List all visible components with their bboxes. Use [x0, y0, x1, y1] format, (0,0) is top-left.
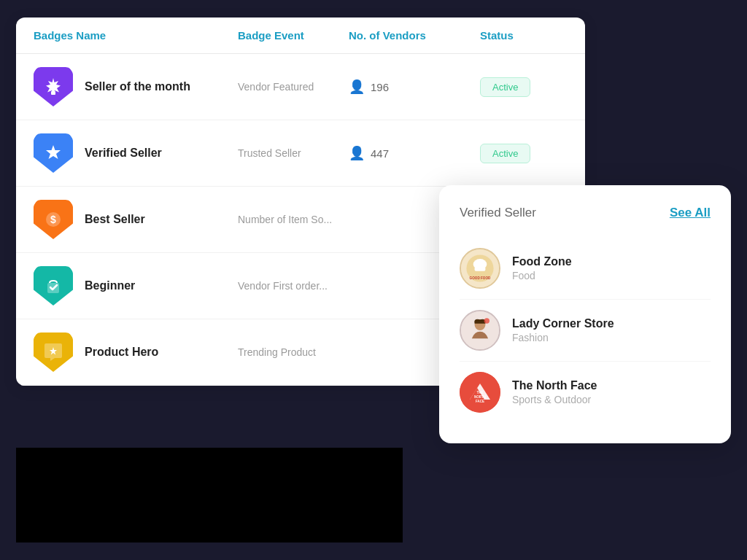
table-row[interactable]: Seller of the month Vendor Featured 👤 19…	[16, 54, 585, 120]
badge-event-cell: Vendor Featured	[238, 81, 349, 93]
svg-text:NORTH: NORTH	[474, 395, 486, 399]
vendor-popup-card: Verified Seller See All GOOD FOOD Food Z…	[439, 185, 731, 443]
vendor-category: Sports & Outdoor	[512, 394, 597, 405]
vendor-info-food-zone: Food Zone Food	[512, 255, 572, 281]
status-badge: Active	[480, 144, 530, 163]
lady-corner-store-logo	[461, 310, 499, 351]
star-burst-icon	[42, 75, 65, 98]
svg-text:THE: THE	[477, 391, 484, 394]
vendor-count-cell: 👤 196	[349, 79, 480, 95]
check-bag-icon	[42, 274, 65, 298]
col-header-badge-event: Badge Event	[238, 29, 349, 42]
svg-point-11	[484, 318, 489, 323]
star-chat-icon	[42, 341, 65, 364]
vendor-category: Fashion	[512, 332, 614, 343]
food-zone-logo: GOOD FOOD	[461, 248, 499, 289]
popup-title: Verified Seller	[460, 206, 536, 220]
col-header-vendor-count: No. of Vendors	[349, 29, 480, 42]
vendor-name: Food Zone	[512, 255, 572, 268]
badge-name-label: Beginner	[85, 279, 135, 292]
badge-event-cell: Number of Item So...	[238, 214, 349, 225]
status-cell: Active	[480, 77, 568, 97]
status-cell: Active	[480, 144, 568, 163]
badge-icon-verified	[34, 133, 73, 173]
table-header: Badges Name Badge Event No. of Vendors S…	[16, 18, 585, 54]
svg-text:FACE: FACE	[476, 400, 484, 403]
north-face-logo: THE NORTH FACE	[460, 372, 500, 413]
popup-header: Verified Seller See All	[460, 206, 711, 220]
star-icon	[42, 141, 65, 165]
svg-text:GOOD FOOD: GOOD FOOD	[470, 276, 491, 280]
vendor-item[interactable]: Lady Corner Store Fashion	[460, 300, 711, 362]
svg-text:$: $	[50, 214, 56, 225]
main-scene: Badges Name Badge Event No. of Vendors S…	[16, 18, 731, 542]
badge-name-cell: $ Best Seller	[34, 200, 238, 239]
badge-name-cell: Beginner	[34, 266, 238, 306]
badge-icon-seller-month	[34, 67, 73, 106]
see-all-link[interactable]: See All	[670, 206, 711, 220]
badge-event-cell: Trusted Seller	[238, 147, 349, 159]
vendor-item[interactable]: GOOD FOOD Food Zone Food	[460, 238, 711, 300]
col-header-status: Status	[480, 29, 568, 42]
vendor-category: Food	[512, 270, 572, 281]
badge-name-cell: Seller of the month	[34, 67, 238, 106]
badge-event-cell: Vendor First order...	[238, 280, 349, 292]
vendor-count-value: 196	[371, 81, 389, 93]
vendor-item[interactable]: THE NORTH FACE The North Face Sports & O…	[460, 362, 711, 423]
badge-icon-product-hero	[34, 332, 73, 372]
vendor-avatar-north-face: THE NORTH FACE	[460, 372, 500, 413]
vendor-person-icon: 👤	[349, 145, 365, 161]
badge-icon-bestseller: $	[34, 200, 73, 239]
svg-rect-0	[51, 91, 55, 95]
badge-event-cell: Trending Product	[238, 346, 349, 358]
badge-name-cell: Verified Seller	[34, 133, 238, 173]
badge-name-label: Verified Seller	[85, 147, 162, 160]
badge-name-label: Best Seller	[85, 213, 145, 226]
vendor-count-cell: 👤 447	[349, 145, 480, 161]
badge-icon-beginner	[34, 266, 73, 306]
vendor-name: The North Face	[512, 379, 597, 392]
col-header-badges-name: Badges Name	[34, 29, 238, 42]
svg-rect-7	[475, 267, 486, 271]
vendor-name: Lady Corner Store	[512, 317, 614, 330]
badge-name-label: Product Hero	[85, 346, 158, 359]
vendor-avatar-food-zone: GOOD FOOD	[460, 248, 500, 289]
dollar-icon: $	[42, 208, 65, 231]
status-badge: Active	[480, 77, 530, 97]
vendor-info-lady-corner: Lady Corner Store Fashion	[512, 317, 614, 343]
vendor-avatar-lady-corner	[460, 310, 500, 351]
badge-name-cell: Product Hero	[34, 332, 238, 372]
table-row[interactable]: Verified Seller Trusted Seller 👤 447 Act…	[16, 120, 585, 187]
vendor-person-icon: 👤	[349, 79, 365, 95]
vendor-info-north-face: The North Face Sports & Outdoor	[512, 379, 597, 405]
black-background	[16, 448, 403, 542]
badge-name-label: Seller of the month	[85, 80, 190, 93]
vendor-count-value: 447	[371, 147, 389, 160]
